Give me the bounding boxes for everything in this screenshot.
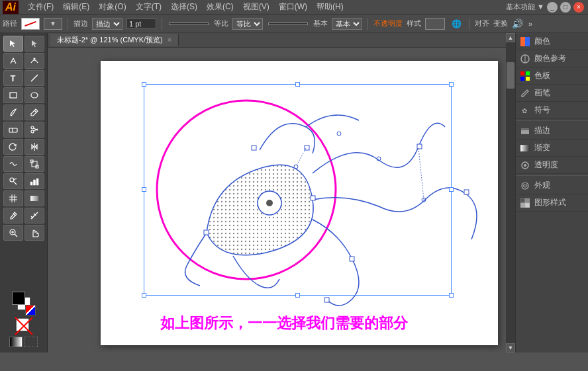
style-label: 样式 <box>407 19 421 28</box>
scissors-tool[interactable] <box>24 122 44 138</box>
svg-rect-12 <box>32 161 37 167</box>
stroke-weight-input[interactable] <box>126 19 156 29</box>
graphic-styles-icon <box>520 198 530 208</box>
svg-rect-56 <box>525 37 530 46</box>
color-guide-icon <box>520 54 530 64</box>
scroll-thumb[interactable] <box>507 62 514 89</box>
globe-icon[interactable]: 🌐 <box>449 17 464 31</box>
direct-selection-tool[interactable] <box>24 36 44 52</box>
svg-rect-71 <box>520 198 525 203</box>
tool-row-6 <box>1 122 46 138</box>
blend-select[interactable]: 等比 <box>232 18 263 30</box>
appearance-icon <box>520 181 530 191</box>
transform-label: 变换 <box>493 19 508 28</box>
scroll-down-btn[interactable]: ▼ <box>506 343 515 352</box>
ellipse-tool[interactable] <box>24 87 44 103</box>
panel-stroke[interactable]: 描边 <box>516 122 588 140</box>
rect-tool[interactable] <box>3 87 23 103</box>
paintbrush-tool[interactable] <box>3 104 23 120</box>
warp-tool[interactable] <box>3 156 23 172</box>
panel-appearance[interactable]: 外观 <box>516 177 588 194</box>
titlebar: Ai 文件(F) 编辑(E) 对象(O) 文字(T) 选择(S) 效果(C) 视… <box>0 0 588 15</box>
free-transform-tool[interactable] <box>24 156 44 172</box>
fill-selector[interactable]: ▼ <box>44 18 62 30</box>
maximize-button[interactable]: □ <box>560 2 571 13</box>
svg-rect-48 <box>324 298 329 302</box>
panel-gradient[interactable]: 渐变 <box>516 140 588 157</box>
canvas-tab-1[interactable]: 未标题-2* @ 121% (CMYK/预览) × <box>50 34 179 46</box>
basic-select[interactable]: 基本 <box>332 18 362 30</box>
panel-transparency[interactable]: 透明度 <box>516 157 588 174</box>
panel-color-guide-label: 颜色参考 <box>534 53 566 64</box>
rotate-tool[interactable] <box>3 139 23 155</box>
svg-line-54 <box>418 148 424 200</box>
column-graph-tool[interactable] <box>24 173 44 189</box>
titlebar-controls: 基本功能 ▼ _ □ × <box>506 2 588 13</box>
foreground-color-swatch[interactable] <box>12 292 25 305</box>
svg-point-51 <box>337 132 341 136</box>
selection-tool[interactable] <box>3 36 23 52</box>
separator2 <box>162 18 162 30</box>
panel-graphic-styles[interactable]: 图形样式 <box>516 194 588 212</box>
tool-row-1 <box>1 36 46 52</box>
menu-effect[interactable]: 效果(C) <box>203 0 238 14</box>
svg-rect-19 <box>33 180 35 185</box>
menu-object[interactable]: 对象(O) <box>95 0 130 14</box>
style-preview[interactable] <box>425 18 445 30</box>
eraser-tool[interactable] <box>3 122 23 138</box>
svg-line-16 <box>14 182 17 185</box>
gradient-tool[interactable] <box>24 190 44 206</box>
svg-rect-42 <box>305 145 309 150</box>
panel-color-guide[interactable]: 颜色参考 <box>516 50 588 67</box>
panel-brushes[interactable]: 画笔 <box>516 85 588 102</box>
ai-logo: Ai <box>3 1 19 14</box>
pencil-tool[interactable] <box>24 104 44 120</box>
svg-line-31 <box>15 234 17 237</box>
svg-rect-72 <box>525 198 530 203</box>
symbol-sprayer-tool[interactable] <box>3 173 23 189</box>
menu-view[interactable]: 视图(V) <box>239 0 273 14</box>
eyedropper-tool[interactable] <box>3 208 23 224</box>
menu-edit[interactable]: 编辑(E) <box>59 0 93 14</box>
separator1 <box>68 18 68 30</box>
no-color-swatch[interactable] <box>24 337 38 347</box>
double-arrow-icon[interactable]: » <box>528 20 532 28</box>
opacity-label[interactable]: 不透明度 <box>373 19 403 28</box>
mesh-tool[interactable] <box>3 190 23 206</box>
curvature-tool[interactable] <box>24 53 44 69</box>
measure-tool[interactable] <box>24 208 44 224</box>
menu-select[interactable]: 选择(S) <box>167 0 201 14</box>
reflect-tool[interactable] <box>24 139 44 155</box>
color-swatch-area <box>12 292 36 315</box>
swap-colors-icon[interactable] <box>25 305 36 315</box>
panel-symbols-label: 符号 <box>534 104 550 116</box>
panel-color[interactable]: 颜色 <box>516 33 588 50</box>
brushes-icon <box>520 88 530 99</box>
panel-symbols[interactable]: ✿ 符号 <box>516 102 588 119</box>
minimize-button[interactable]: _ <box>547 2 558 13</box>
panel-swatches[interactable]: 色板 <box>516 67 588 85</box>
stroke-style-select[interactable]: 描边 <box>92 18 122 30</box>
hand-tool[interactable] <box>24 225 44 241</box>
stroke-color-swatch[interactable] <box>21 18 40 30</box>
gradient-swatch[interactable] <box>9 337 23 347</box>
right-panel: 颜色 颜色参考 色板 画笔 ✿ 符号 <box>515 33 588 352</box>
menu-file[interactable]: 文件(F) <box>24 0 58 14</box>
tab-close-btn[interactable]: × <box>168 36 172 44</box>
tool-row-11 <box>1 208 46 224</box>
scroll-up-btn[interactable]: ▲ <box>506 33 515 42</box>
stroke-label: 描边 <box>74 19 88 28</box>
panel-separator-1 <box>516 120 588 121</box>
speaker-icon[interactable]: 🔊 <box>512 19 523 29</box>
close-button[interactable]: × <box>573 2 584 13</box>
svg-rect-61 <box>520 77 524 81</box>
menu-help[interactable]: 帮助(H) <box>313 0 348 14</box>
line-tool[interactable] <box>24 70 44 86</box>
menu-window[interactable]: 窗口(W) <box>275 0 311 14</box>
pen-tool[interactable] <box>3 53 23 69</box>
menu-text[interactable]: 文字(T) <box>132 0 166 14</box>
zoom-tool[interactable] <box>3 225 23 241</box>
type-tool[interactable]: T <box>3 70 23 86</box>
blend-preview <box>268 22 308 25</box>
swatches-icon <box>520 71 530 81</box>
